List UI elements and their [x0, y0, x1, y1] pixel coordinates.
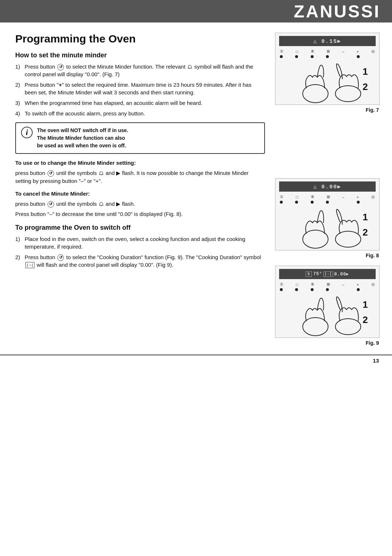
fingers-svg-8: 1 2 — [275, 207, 379, 250]
fig7-num2: 2 — [363, 81, 368, 92]
figure8-container: △ 0.00▶ ① □ ⑧ ⊞ – + ◎ — [275, 178, 380, 258]
list-num: 4) — [15, 110, 22, 117]
list-text: Press button ↺ to select the "Cooking Du… — [25, 253, 265, 269]
steps-list: 1) Press button ↺ to select the Minute M… — [15, 63, 265, 117]
page-number: 13 — [373, 357, 379, 364]
ctrl-icon: + — [357, 49, 359, 54]
list-text: When the programmed time has elapsed, an… — [25, 99, 265, 107]
ctrl-icon: + — [357, 195, 359, 199]
info-box: i The oven will NOT switch off if in use… — [15, 122, 265, 154]
cancel-heading: To cancel the Minute Minder: — [15, 190, 265, 198]
main-content: Programming the Oven How to set the minu… — [0, 23, 392, 346]
fig7-label: Fig. 7 — [275, 107, 380, 113]
info-text: The oven will NOT switch off if in use. … — [37, 127, 128, 150]
svg-point-7 — [335, 86, 361, 102]
ctrl-icon: □ — [296, 195, 298, 199]
list-text: To switch off the acoustic alarm, press … — [25, 110, 265, 117]
svg-text:1: 1 — [363, 299, 368, 310]
left-column: Programming the Oven How to set the minu… — [15, 33, 265, 346]
finger-area-9: 1 2 — [275, 294, 379, 338]
ctrl-dot — [295, 201, 298, 204]
ctrl-dot — [311, 55, 314, 58]
ctrl-icon: ① — [280, 195, 283, 199]
list-num: 1) — [15, 63, 22, 78]
ctrl-dots-row-8 — [275, 200, 379, 207]
list-text: Press button "+" to select the required … — [25, 81, 265, 96]
list-item: 2) Press button ↺ to select the "Cooking… — [15, 253, 265, 269]
ctrl-icon: □ — [296, 282, 298, 287]
ctrl-icon: ◎ — [371, 195, 375, 199]
cancel-text-1: press button ↺ until the symbols and ▶ f… — [15, 200, 265, 208]
spacer1 — [275, 116, 380, 175]
ctrl-icon: – — [342, 195, 344, 199]
list-item: 3) When the programmed time has elapsed,… — [15, 99, 265, 107]
figure7-panel: △ 0.15▶ ① □ ⑧ ⊞ – + ◎ — [275, 33, 380, 105]
section2-steps-list: 1) Place food in the oven, switch on the… — [15, 235, 265, 269]
fingers-svg-7: 1 2 — [275, 61, 379, 105]
ctrl-dot — [357, 201, 360, 204]
ctrl-dot — [311, 201, 314, 204]
list-item: 1) Press button ↺ to select the Minute M… — [15, 63, 265, 78]
list-item: 1) Place food in the oven, switch on the… — [15, 235, 265, 250]
ctrl-icon: ① — [280, 282, 283, 287]
ctrl-icon: ◎ — [371, 49, 375, 54]
control-row-8: ① □ ⑧ ⊞ – + ◎ — [275, 193, 379, 200]
finger-area-8: 1 2 — [275, 207, 379, 250]
ctrl-icon: ⊞ — [327, 282, 330, 287]
header: ZANUSSI — [0, 0, 392, 23]
cancel-text-2: Press button "–" to decrease the time un… — [15, 210, 265, 218]
fig8-display: △ 0.00▶ — [279, 181, 376, 192]
section2-heading: To programme the Oven to switch off — [15, 224, 265, 232]
figure9-container: S 75° |→| 0.00▶ ① □ ⑧ ⊞ – + ◎ — [275, 266, 380, 346]
list-num: 3) — [15, 99, 22, 107]
bell-icon-3 — [99, 202, 104, 207]
list-num: 1) — [15, 235, 22, 250]
finger-area-7: 1 2 — [275, 61, 379, 105]
ctrl-dot — [280, 288, 283, 291]
ctrl-dots-row-7 — [275, 54, 379, 61]
cancel-block: To cancel the Minute Minder: press butto… — [15, 190, 265, 218]
fig7-display: △ 0.15▶ — [279, 36, 376, 46]
figure7-container: △ 0.15▶ ① □ ⑧ ⊞ – + ◎ — [275, 33, 380, 113]
ctrl-icon: ⑧ — [311, 195, 314, 199]
list-num: 2) — [15, 253, 22, 269]
figure9-panel: S 75° |→| 0.00▶ ① □ ⑧ ⊞ – + ◎ — [275, 266, 380, 338]
ctrl-icon: + — [357, 282, 359, 287]
svg-point-9 — [335, 231, 361, 247]
use-change-text: press button ↺ until the symbols and ▶ f… — [15, 169, 265, 185]
page-title: Programming the Oven — [15, 33, 265, 45]
list-item: 4) To switch off the acoustic alarm, pre… — [15, 110, 265, 117]
fig8-label: Fig. 8 — [275, 253, 380, 258]
svg-text:1: 1 — [363, 212, 368, 222]
info-icon: i — [21, 127, 33, 138]
svg-point-13 — [335, 319, 361, 335]
ctrl-icon: ⑧ — [311, 282, 314, 287]
ctrl-dot — [295, 55, 298, 58]
ctrl-dot — [326, 55, 329, 58]
ctrl-dot — [311, 288, 314, 291]
ctrl-dot — [280, 55, 283, 58]
ctrl-dot — [357, 288, 360, 291]
ctrl-icon: ① — [280, 49, 283, 54]
cd-arrow-icon: |→| — [25, 262, 34, 268]
ctrl-icon: □ — [296, 49, 298, 54]
button-icon-2: ↺ — [48, 170, 54, 177]
list-num: 2) — [15, 81, 22, 96]
bell-icon-2 — [99, 171, 104, 176]
ctrl-dots-row-9 — [275, 287, 379, 294]
figure8-panel: △ 0.00▶ ① □ ⑧ ⊞ – + ◎ — [275, 178, 380, 250]
svg-text:2: 2 — [363, 227, 368, 238]
section2: To programme the Oven to switch off 1) P… — [15, 224, 265, 269]
section1-heading: How to set the minute minder — [15, 52, 265, 59]
list-text: Place food in the oven, switch on the ov… — [25, 235, 265, 250]
fig9-display: S 75° |→| 0.00▶ — [279, 269, 376, 279]
ctrl-icon: ⊞ — [327, 195, 330, 199]
control-row-9: ① □ ⑧ ⊞ – + ◎ — [275, 281, 379, 287]
ctrl-icon: ◎ — [371, 282, 375, 287]
ctrl-icon: ⊞ — [327, 49, 330, 54]
list-item: 2) Press button "+" to select the requir… — [15, 81, 265, 96]
ctrl-dot — [326, 201, 329, 204]
ctrl-icon: – — [342, 282, 344, 287]
use-change-heading: To use or to change the Minute Minder se… — [15, 159, 265, 167]
bell-icon — [187, 65, 192, 70]
